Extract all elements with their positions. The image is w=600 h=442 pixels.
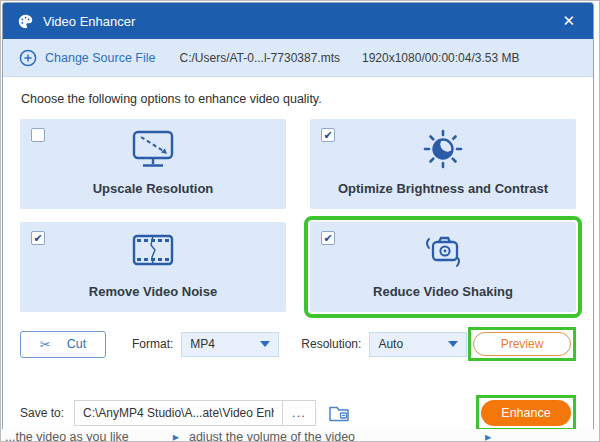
monitor-upscale-icon bbox=[20, 128, 286, 170]
enhance-button[interactable]: Enhance bbox=[481, 400, 571, 426]
option-card-remove-video-noise[interactable]: Remove Video Noise bbox=[20, 222, 286, 312]
camera-shake-icon bbox=[310, 231, 576, 273]
background-chevron-icon: ▸ bbox=[485, 429, 491, 441]
background-text-right: adjust the volume of the video bbox=[189, 429, 355, 441]
chevron-down-icon bbox=[260, 341, 270, 347]
options-grid: Upscale Resolution bbox=[20, 119, 576, 312]
change-source-file-button[interactable]: Change Source File bbox=[19, 49, 155, 67]
scissors-icon: ✂ bbox=[40, 337, 51, 352]
source-file-info: 1920x1080/00:00:04/3.53 MB bbox=[362, 51, 519, 65]
option-card-reduce-video-shaking[interactable]: Reduce Video Shaking bbox=[310, 222, 576, 312]
toolbar-row: ✂ Cut Format: MP4 Resolution: Auto Previ… bbox=[20, 329, 576, 359]
footer-row: Save to: ... Enhance bbox=[20, 399, 576, 427]
source-file-path: C:/Users/AT-0...l-7730387.mts bbox=[179, 51, 340, 65]
resolution-label: Resolution: bbox=[301, 337, 361, 351]
background-text-left: ...the video as you like bbox=[5, 429, 129, 441]
brightness-sun-icon bbox=[310, 128, 576, 170]
instruction-text: Choose the following options to enhance … bbox=[3, 77, 593, 119]
save-path-input[interactable] bbox=[74, 400, 282, 426]
palette-icon bbox=[17, 13, 34, 30]
resolution-dropdown[interactable]: Auto bbox=[369, 332, 467, 357]
option-label: Upscale Resolution bbox=[20, 181, 286, 196]
film-noise-icon bbox=[20, 231, 286, 271]
cut-button[interactable]: ✂ Cut bbox=[20, 331, 106, 358]
title-bar: Video Enhancer ✕ bbox=[3, 3, 593, 39]
save-to-label: Save to: bbox=[20, 406, 64, 420]
background-page-strip: ...the video as you like ▸ adjust the vo… bbox=[1, 429, 599, 441]
screenshot-root: Video Enhancer ✕ Change Source File C:/U… bbox=[0, 0, 600, 442]
browse-button[interactable]: ... bbox=[282, 400, 316, 426]
option-card-upscale-resolution[interactable]: Upscale Resolution bbox=[20, 119, 286, 209]
option-label: Optimize Brightness and Contrast bbox=[310, 181, 576, 196]
open-folder-icon bbox=[328, 404, 350, 422]
option-label: Remove Video Noise bbox=[20, 284, 286, 299]
option-card-optimize-brightness[interactable]: Optimize Brightness and Contrast bbox=[310, 119, 576, 209]
format-dropdown[interactable]: MP4 bbox=[181, 332, 279, 357]
video-enhancer-dialog: Video Enhancer ✕ Change Source File C:/U… bbox=[2, 2, 594, 430]
plus-circle-icon bbox=[19, 49, 37, 67]
change-source-file-label: Change Source File bbox=[45, 51, 155, 65]
resolution-value: Auto bbox=[378, 337, 403, 351]
enhance-annotation-box: Enhance bbox=[476, 395, 576, 430]
open-folder-button[interactable] bbox=[328, 404, 350, 422]
preview-annotation-box: Preview bbox=[468, 327, 576, 361]
preview-button[interactable]: Preview bbox=[473, 332, 571, 356]
close-icon[interactable]: ✕ bbox=[558, 10, 579, 32]
format-label: Format: bbox=[132, 337, 173, 351]
option-label: Reduce Video Shaking bbox=[310, 284, 576, 299]
background-chevron-icon: ▸ bbox=[173, 429, 179, 441]
format-value: MP4 bbox=[190, 337, 215, 351]
window-title: Video Enhancer bbox=[43, 14, 135, 29]
cut-button-label: Cut bbox=[67, 337, 86, 351]
chevron-down-icon bbox=[448, 341, 458, 347]
source-bar: Change Source File C:/Users/AT-0...l-773… bbox=[3, 39, 593, 77]
